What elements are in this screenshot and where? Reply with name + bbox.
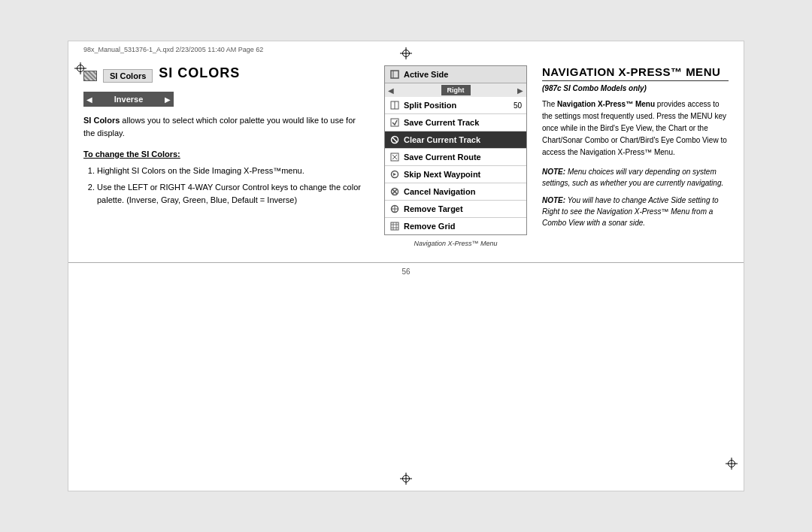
page-content: SI Colors SI COLORS ◀ Inverse ▶ SI Color…	[68, 58, 744, 262]
active-side-value-row: ◀ Right ▶	[385, 83, 526, 97]
remove-grid-label: Remove Grid	[404, 222, 455, 231]
inverse-label: Inverse	[95, 92, 162, 107]
inverse-control[interactable]: ◀ Inverse ▶	[83, 92, 174, 107]
nav-note-1: NOTE: Menu choices will vary depending o…	[542, 166, 729, 189]
si-colors-label: SI Colors	[103, 69, 153, 83]
nav-note1-text: Menu choices will vary depending on syst…	[542, 168, 723, 187]
step-1: Highlight SI Colors on the Side Imaging …	[97, 165, 369, 178]
remove-target-label: Remove Target	[404, 204, 463, 213]
si-colors-steps: Highlight SI Colors on the Side Imaging …	[83, 165, 369, 207]
active-side-right-value: Right	[441, 85, 471, 95]
skip-next-waypoint-item: Skip Next Waypoint	[385, 166, 526, 183]
si-colors-title: SI COLORS	[159, 65, 240, 81]
page-footer: 56	[68, 262, 744, 280]
active-side-icon	[389, 69, 400, 80]
nav-note2-label: NOTE:	[542, 196, 565, 204]
step-2: Use the LEFT or RIGHT 4-WAY Cursor Contr…	[97, 181, 369, 207]
clear-current-track-item: Clear Current Track	[385, 131, 526, 149]
active-side-header: Active Side	[385, 66, 526, 83]
page-number: 56	[401, 268, 410, 276]
svg-rect-0	[391, 71, 398, 78]
right-column: Active Side ◀ Right ▶	[384, 65, 729, 247]
split-position-value: 50	[514, 101, 522, 110]
si-colors-bold: SI Colors	[83, 116, 120, 125]
clear-current-track-label: Clear Current Track	[404, 135, 480, 144]
cancel-navigation-label: Cancel Navigation	[404, 187, 475, 196]
si-colors-description: SI Colors allows you to select which col…	[83, 114, 369, 139]
menu-caption: Navigation X-Press™ Menu	[384, 240, 527, 247]
nav-xpress-subtitle: (987c SI Combo Models only)	[542, 84, 729, 92]
split-position-label: Split Position	[404, 101, 456, 110]
skip-next-waypoint-label: Skip Next Waypoint	[404, 170, 480, 179]
remove-grid-item: Remove Grid	[385, 218, 526, 234]
menu-panel: Active Side ◀ Right ▶	[384, 65, 527, 235]
save-current-track-label: Save Current Track	[404, 118, 479, 127]
cancel-navigation-item: Cancel Navigation	[385, 183, 526, 201]
active-side-left-arrow: ◀	[388, 86, 394, 95]
si-colors-header: SI Colors SI COLORS	[83, 65, 369, 86]
reg-mark-bottomright	[726, 458, 738, 470]
save-route-icon	[389, 152, 400, 162]
nav-note1-label: NOTE:	[542, 168, 565, 176]
remove-target-icon	[389, 204, 400, 214]
inverse-right-arrow[interactable]: ▶	[162, 92, 174, 107]
active-side-right-arrow: ▶	[517, 86, 523, 95]
si-colors-subheading: To change the SI Colors:	[83, 150, 369, 159]
header-text: 98x_Manual_531376-1_A.qxd 2/23/2005 11:4…	[83, 46, 263, 53]
remove-target-item: Remove Target	[385, 201, 526, 218]
reg-mark-topleft	[74, 62, 86, 74]
skip-waypoint-icon	[389, 169, 400, 180]
save-current-track-item: Save Current Track	[385, 114, 526, 131]
clear-track-icon	[389, 135, 400, 145]
save-current-route-item: Save Current Route	[385, 149, 526, 166]
remove-grid-icon	[389, 221, 400, 231]
cancel-nav-icon	[389, 186, 400, 197]
nav-xpress-desc-text: provides access to the settings most fre…	[542, 100, 727, 156]
left-column: SI Colors SI COLORS ◀ Inverse ▶ SI Color…	[83, 65, 384, 247]
save-current-route-label: Save Current Route	[404, 153, 481, 162]
menu-column: Active Side ◀ Right ▶	[384, 65, 527, 247]
svg-line-6	[392, 138, 397, 142]
inverse-left-arrow[interactable]: ◀	[83, 92, 95, 107]
nav-note-2: NOTE: You will have to change Active Sid…	[542, 195, 729, 228]
si-colors-desc-text: allows you to select which color palette…	[83, 116, 356, 138]
page: 98x_Manual_531376-1_A.qxd 2/23/2005 11:4…	[68, 41, 744, 491]
svg-rect-17	[391, 222, 398, 230]
nav-xpress-title: NAVIGATION X-PRESS™ MENU	[542, 65, 729, 81]
nav-xpress-description: The Navigation X-Press™ Menu provides ac…	[542, 98, 729, 159]
save-track-icon	[389, 117, 400, 128]
split-position-item: Split Position 50	[385, 97, 526, 114]
reg-mark-topcenter	[400, 47, 412, 59]
reg-mark-bottomcenter	[400, 473, 412, 485]
description-column: NAVIGATION X-PRESS™ MENU (987c SI Combo …	[542, 65, 729, 247]
split-position-icon	[389, 100, 400, 110]
nav-note2-text: You will have to change Active Side sett…	[542, 196, 719, 227]
nav-xpress-bold: Navigation X-Press™ Menu	[557, 100, 655, 108]
active-side-label: Active Side	[404, 70, 448, 79]
